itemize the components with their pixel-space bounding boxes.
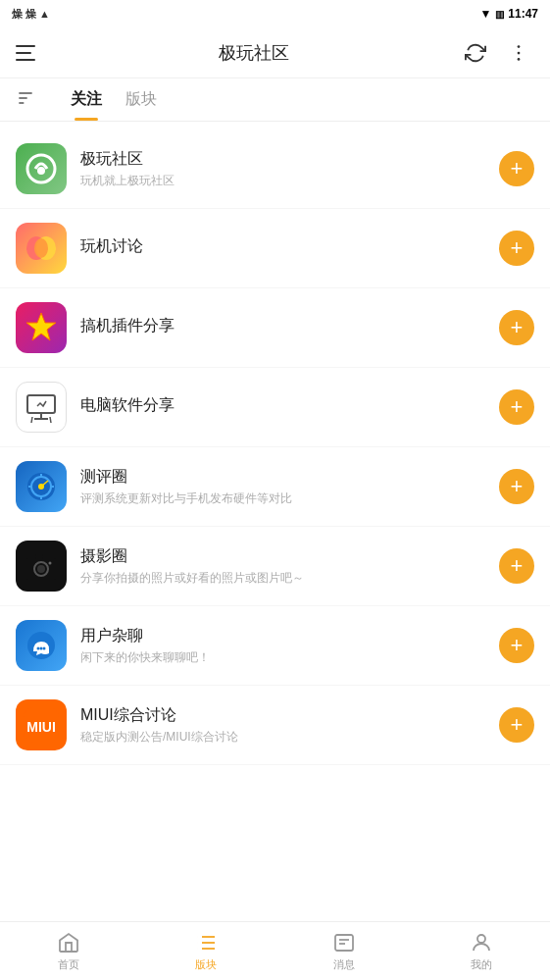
item-content-miui: MIUI综合讨论 稳定版内测公告/MIUI综合讨论 xyxy=(80,705,485,746)
add-button-yonghu[interactable]: + xyxy=(499,628,534,663)
svg-point-25 xyxy=(40,647,43,650)
signal-icon: ▥ xyxy=(495,9,504,20)
tab-blocks[interactable]: 版块 xyxy=(125,78,157,121)
item-avatar-gaoji xyxy=(16,302,67,353)
add-button-diannao[interactable]: + xyxy=(499,389,534,425)
svg-rect-21 xyxy=(35,554,43,559)
item-content-jixuan: 极玩社区 玩机就上极玩社区 xyxy=(80,149,485,189)
item-title: 用户杂聊 xyxy=(80,626,485,646)
list-item: 测评圈 评测系统更新对比与手机发布硬件等对比 + xyxy=(0,447,550,527)
app-bar: 极玩社区 xyxy=(0,27,550,78)
status-right: ▼ ▥ 11:47 xyxy=(479,7,538,21)
more-button[interactable] xyxy=(503,37,534,69)
list-item: MIUI MIUI综合讨论 稳定版内测公告/MIUI综合讨论 + xyxy=(0,686,550,765)
svg-point-2 xyxy=(518,58,521,61)
svg-text:MIUI: MIUI xyxy=(26,719,56,735)
list-item: 用户杂聊 闲下来的你快来聊聊吧！ + xyxy=(0,606,550,686)
svg-point-38 xyxy=(477,935,485,943)
item-title: 搞机插件分享 xyxy=(80,316,485,336)
nav-label-profile: 我的 xyxy=(471,957,492,972)
item-content-yonghu: 用户杂聊 闲下来的你快来聊聊吧！ xyxy=(80,626,485,666)
svg-point-10 xyxy=(34,238,48,258)
item-avatar-jixuan xyxy=(16,143,67,194)
item-title: 极玩社区 xyxy=(80,149,485,170)
svg-point-26 xyxy=(43,647,46,650)
list-item: 搞机插件分享 + xyxy=(0,288,550,368)
refresh-button[interactable] xyxy=(460,37,491,69)
svg-point-0 xyxy=(518,45,521,48)
add-button-miui[interactable]: + xyxy=(499,707,534,743)
item-content-sheying: 摄影圈 分享你拍摄的照片或好看的照片或图片吧～ xyxy=(80,546,485,587)
item-title: 摄影圈 xyxy=(80,546,485,567)
nav-item-blocks[interactable]: 版块 xyxy=(137,922,275,980)
item-subtitle: 评测系统更新对比与手机发布硬件等对比 xyxy=(80,490,485,507)
nav-label-blocks: 版块 xyxy=(195,957,217,972)
nav-label-home: 首页 xyxy=(58,957,79,972)
svg-point-22 xyxy=(49,562,52,565)
svg-point-7 xyxy=(37,167,45,175)
item-avatar-sheying xyxy=(16,541,67,592)
add-button-jixuan[interactable]: + xyxy=(499,151,534,186)
wifi-icon: ▼ xyxy=(479,7,491,21)
nav-item-news[interactable]: 消息 xyxy=(275,922,413,980)
item-subtitle: 玩机就上极玩社区 xyxy=(80,173,485,189)
menu-button[interactable] xyxy=(16,37,47,69)
nav-item-profile[interactable]: 我的 xyxy=(413,922,550,980)
tab-nav: 关注 版块 xyxy=(0,78,550,122)
bottom-nav: 首页 版块 消息 我的 xyxy=(0,921,550,980)
item-avatar-diannao xyxy=(16,382,67,433)
item-subtitle: 分享你拍摄的照片或好看的照片或图片吧～ xyxy=(80,570,485,587)
svg-rect-35 xyxy=(335,935,353,951)
item-title: 测评圈 xyxy=(80,467,485,488)
app-title: 极玩社区 xyxy=(219,41,289,65)
item-avatar-miui: MIUI xyxy=(16,699,67,750)
time-display: 11:47 xyxy=(508,7,538,21)
add-button-wanji[interactable]: + xyxy=(499,231,534,266)
item-avatar-yonghu xyxy=(16,620,67,671)
item-subtitle: 稳定版内测公告/MIUI综合讨论 xyxy=(80,729,485,746)
item-title: MIUI综合讨论 xyxy=(80,705,485,726)
status-bar: 燥 燥 ▲ ▼ ▥ 11:47 xyxy=(0,0,550,27)
item-content-diannao: 电脑软件分享 xyxy=(80,395,485,419)
list-item: 极玩社区 玩机就上极玩社区 + xyxy=(0,129,550,209)
item-subtitle: 闲下来的你快来聊聊吧！ xyxy=(80,649,485,666)
nav-label-news: 消息 xyxy=(333,957,355,972)
item-avatar-wanji xyxy=(16,223,67,274)
list-item: 摄影圈 分享你拍摄的照片或好看的照片或图片吧～ + xyxy=(0,527,550,606)
nav-item-home[interactable]: 首页 xyxy=(0,922,137,980)
item-title: 玩机讨论 xyxy=(80,236,485,257)
add-button-gaoji[interactable]: + xyxy=(499,310,534,345)
list-item: 玩机讨论 + xyxy=(0,209,550,288)
svg-marker-11 xyxy=(26,313,56,340)
item-title: 电脑软件分享 xyxy=(80,395,485,416)
item-content-wanji: 玩机讨论 xyxy=(80,236,485,260)
community-list: 极玩社区 玩机就上极玩社区 + 玩机讨论 + 搞机插件分享 xyxy=(0,122,550,921)
list-item: 电脑软件分享 + xyxy=(0,368,550,447)
svg-point-24 xyxy=(37,647,40,650)
item-content-ceping: 测评圈 评测系统更新对比与手机发布硬件等对比 xyxy=(80,467,485,507)
tab-follow[interactable]: 关注 xyxy=(71,78,102,121)
add-button-sheying[interactable]: + xyxy=(499,548,534,584)
item-content-gaoji: 搞机插件分享 xyxy=(80,316,485,339)
svg-point-1 xyxy=(518,51,521,54)
svg-point-20 xyxy=(37,565,45,573)
filter-icon[interactable] xyxy=(16,88,35,112)
add-button-ceping[interactable]: + xyxy=(499,469,534,504)
app-bar-actions xyxy=(460,37,534,69)
status-left-icons: 燥 燥 ▲ xyxy=(12,7,50,22)
item-avatar-ceping xyxy=(16,461,67,512)
notification-icons: 燥 燥 ▲ xyxy=(12,7,50,22)
